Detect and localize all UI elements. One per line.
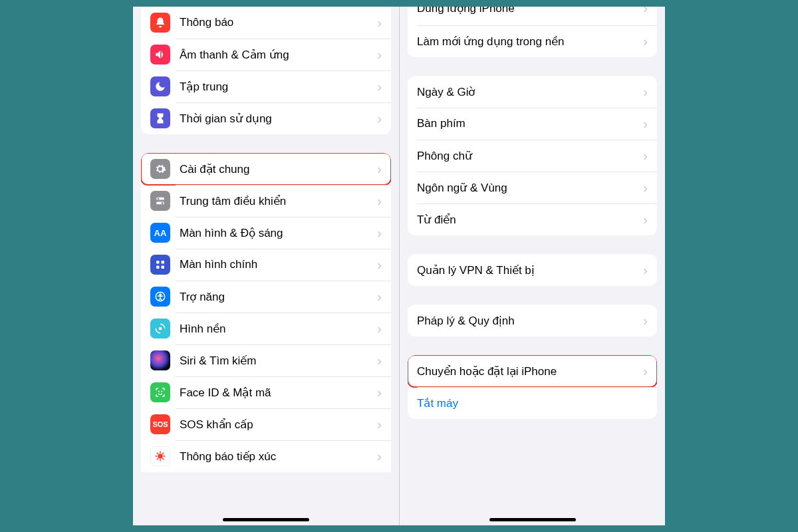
row-general[interactable]: Cài đặt chung ›	[141, 153, 391, 185]
chevron-right-icon: ›	[377, 321, 382, 336]
row-label: Pháp lý & Quy định	[417, 314, 638, 328]
chevron-right-icon: ›	[377, 385, 382, 400]
row-label: Hình nền	[180, 322, 372, 336]
svg-point-11	[158, 391, 159, 392]
row-label: Thời gian sử dụng	[180, 112, 372, 126]
chevron-right-icon: ›	[377, 111, 382, 126]
svg-rect-7	[162, 266, 165, 269]
svg-point-12	[162, 391, 162, 392]
svg-line-18	[157, 453, 158, 454]
row-faceid[interactable]: Face ID & Mật mã ›	[141, 376, 391, 408]
row-home-screen[interactable]: Màn hình chính ›	[141, 249, 391, 281]
row-label: Trung tâm điều khiển	[180, 194, 372, 208]
row-date-time[interactable]: Ngày & Giờ ›	[408, 76, 657, 108]
row-iphone-storage-truncated[interactable]: Dung lượng iPhone ›	[408, 7, 657, 25]
chevron-right-icon: ›	[377, 162, 382, 177]
row-label: Siri & Tìm kiếm	[180, 354, 372, 368]
chevron-right-icon: ›	[377, 15, 382, 31]
faceid-icon	[150, 382, 170, 402]
svg-point-10	[159, 327, 162, 331]
svg-line-20	[157, 458, 158, 460]
chevron-right-icon: ›	[643, 34, 648, 49]
svg-point-9	[160, 294, 161, 295]
svg-point-3	[162, 202, 164, 204]
row-exposure[interactable]: Thông báo tiếp xúc ›	[141, 440, 391, 472]
accessibility-icon	[150, 287, 170, 307]
chevron-right-icon: ›	[643, 7, 648, 16]
row-label: Màn hình & Độ sáng	[180, 226, 372, 240]
row-label: Làm mới ứng dụng trong nền	[417, 35, 638, 49]
tutorial-page: Thông báo › Âm thanh & Cảm ứng › Tập tru…	[133, 7, 665, 525]
row-control-center[interactable]: Trung tâm điều khiển ›	[141, 185, 391, 217]
app-grid-icon	[150, 255, 170, 275]
row-shutdown[interactable]: Tắt máy	[408, 387, 657, 419]
row-label: Tắt máy	[417, 396, 648, 410]
toggles-icon	[150, 191, 170, 211]
row-label: Phông chữ	[417, 149, 638, 163]
general-group-legal: Pháp lý & Quy định ›	[408, 305, 657, 336]
chevron-right-icon: ›	[643, 212, 648, 227]
chevron-right-icon: ›	[377, 194, 382, 209]
chevron-right-icon: ›	[377, 47, 382, 63]
general-settings-screen: Dung lượng iPhone › Làm mới ứng dụng tro…	[399, 7, 665, 525]
chevron-right-icon: ›	[377, 417, 382, 432]
row-label: Màn hình chính	[180, 258, 372, 271]
row-notifications[interactable]: Thông báo ›	[141, 7, 391, 39]
speaker-icon	[150, 45, 170, 65]
row-siri[interactable]: Siri & Tìm kiếm ›	[141, 344, 391, 376]
row-label: Âm thanh & Cảm ứng	[180, 48, 372, 62]
row-focus[interactable]: Tập trung ›	[141, 70, 391, 102]
chevron-right-icon: ›	[643, 148, 648, 164]
general-group-reset: Chuyển hoặc đặt lại iPhone › Tắt máy	[408, 355, 657, 419]
chevron-right-icon: ›	[377, 225, 382, 241]
svg-rect-4	[156, 261, 160, 264]
chevron-right-icon: ›	[377, 353, 382, 368]
row-dictionary[interactable]: Từ điển ›	[408, 203, 657, 235]
svg-rect-6	[156, 266, 160, 269]
row-label: Quản lý VPN & Thiết bị	[417, 263, 638, 277]
row-sos[interactable]: SOS SOS khẩn cấp ›	[141, 408, 391, 440]
general-group-locale: Ngày & Giờ › Bàn phím › Phông chữ › Ngôn…	[408, 76, 657, 235]
settings-root-screen: Thông báo › Âm thanh & Cảm ứng › Tập tru…	[133, 7, 399, 525]
row-label: Chuyển hoặc đặt lại iPhone	[417, 364, 638, 378]
row-label: Ngày & Giờ	[417, 85, 638, 99]
chevron-right-icon: ›	[377, 257, 382, 273]
chevron-right-icon: ›	[377, 289, 382, 305]
row-display[interactable]: AA Màn hình & Độ sáng ›	[141, 217, 391, 249]
home-indicator[interactable]	[223, 518, 309, 521]
row-sounds[interactable]: Âm thanh & Cảm ứng ›	[141, 39, 391, 70]
chevron-right-icon: ›	[643, 84, 648, 100]
svg-line-19	[162, 458, 164, 460]
row-label: Thông báo tiếp xúc	[180, 450, 372, 464]
row-label: Cài đặt chung	[180, 162, 372, 176]
chevron-right-icon: ›	[643, 116, 648, 132]
row-screentime[interactable]: Thời gian sử dụng ›	[141, 102, 391, 134]
row-wallpaper[interactable]: Hình nền ›	[141, 313, 391, 344]
home-indicator[interactable]	[489, 518, 576, 521]
svg-rect-5	[162, 261, 165, 264]
row-label: Tập trung	[180, 80, 372, 94]
chevron-right-icon: ›	[377, 79, 382, 94]
row-label: Ngôn ngữ & Vùng	[417, 181, 638, 195]
row-keyboard[interactable]: Bàn phím ›	[408, 108, 657, 140]
row-label: Trợ năng	[180, 290, 372, 304]
row-accessibility[interactable]: Trợ năng ›	[141, 281, 391, 313]
chevron-right-icon: ›	[643, 313, 648, 329]
settings-group-general: Cài đặt chung › Trung tâm điều khiển › A…	[141, 153, 391, 472]
bell-icon	[150, 13, 170, 33]
row-fonts[interactable]: Phông chữ ›	[408, 140, 657, 172]
svg-point-2	[158, 198, 160, 200]
gear-icon	[150, 159, 170, 179]
row-transfer-reset[interactable]: Chuyển hoặc đặt lại iPhone ›	[408, 355, 657, 387]
row-vpn[interactable]: Quản lý VPN & Thiết bị ›	[408, 254, 657, 286]
row-legal[interactable]: Pháp lý & Quy định ›	[408, 305, 657, 336]
sos-icon: SOS	[150, 414, 170, 434]
settings-group-notifications: Thông báo › Âm thanh & Cảm ứng › Tập tru…	[141, 7, 391, 134]
row-label: Dung lượng iPhone	[417, 7, 638, 15]
row-background-refresh[interactable]: Làm mới ứng dụng trong nền ›	[408, 25, 657, 57]
row-language-region[interactable]: Ngôn ngữ & Vùng ›	[408, 172, 657, 203]
row-label: Từ điển	[417, 213, 638, 227]
text-size-icon: AA	[150, 223, 170, 243]
row-label: Thông báo	[180, 16, 372, 29]
hourglass-icon	[150, 108, 170, 128]
